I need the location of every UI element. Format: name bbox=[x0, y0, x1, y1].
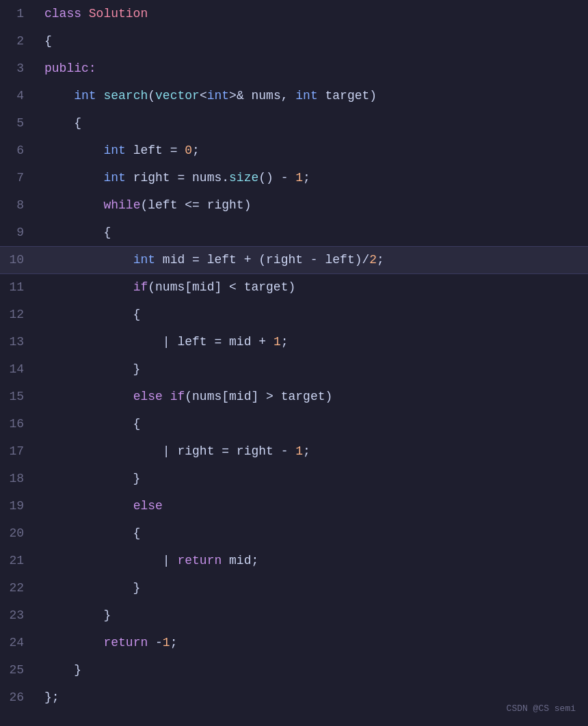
line-code: | return mid; bbox=[38, 547, 588, 574]
line-code: } bbox=[38, 355, 588, 383]
line-code: { bbox=[38, 27, 588, 55]
line-code: int left = 0; bbox=[38, 137, 588, 164]
line-number: 5 bbox=[0, 109, 38, 137]
line-code: }; bbox=[38, 684, 588, 711]
code-table: 1class Solution2{3public:4 int search(ve… bbox=[0, 0, 588, 711]
line-code: { bbox=[38, 301, 588, 328]
line-code: { bbox=[38, 520, 588, 547]
line-code: public: bbox=[38, 55, 588, 82]
line-number: 26 bbox=[0, 684, 38, 711]
line-number: 17 bbox=[0, 438, 38, 465]
line-number: 4 bbox=[0, 82, 38, 109]
line-code: } bbox=[38, 465, 588, 492]
line-number: 12 bbox=[0, 301, 38, 328]
line-number: 24 bbox=[0, 629, 38, 656]
line-code: int search(vector<int>& nums, int target… bbox=[38, 82, 588, 109]
line-code: | right = right - 1; bbox=[38, 438, 588, 465]
line-code: while(left <= right) bbox=[38, 191, 588, 219]
line-code: int right = nums.size() - 1; bbox=[38, 164, 588, 191]
line-number: 22 bbox=[0, 574, 38, 602]
line-number: 11 bbox=[0, 273, 38, 301]
line-number: 23 bbox=[0, 602, 38, 629]
line-number: 7 bbox=[0, 164, 38, 191]
watermark: CSDN @CS semi bbox=[507, 703, 576, 714]
line-code: { bbox=[38, 410, 588, 438]
line-number: 9 bbox=[0, 219, 38, 246]
line-number: 25 bbox=[0, 656, 38, 684]
line-number: 14 bbox=[0, 355, 38, 383]
line-number: 3 bbox=[0, 55, 38, 82]
line-number: 6 bbox=[0, 137, 38, 164]
line-number: 21 bbox=[0, 547, 38, 574]
line-code: class Solution bbox=[38, 0, 588, 27]
line-number: 1 bbox=[0, 0, 38, 27]
line-number: 13 bbox=[0, 328, 38, 355]
line-code: } bbox=[38, 656, 588, 684]
line-number: 15 bbox=[0, 383, 38, 410]
line-number: 16 bbox=[0, 410, 38, 438]
line-number: 10 bbox=[0, 246, 38, 273]
line-code: } bbox=[38, 574, 588, 602]
line-code: int mid = left + (right - left)/2; bbox=[38, 246, 588, 273]
line-code: | left = mid + 1; bbox=[38, 328, 588, 355]
line-number: 19 bbox=[0, 492, 38, 520]
line-code: else if(nums[mid] > target) bbox=[38, 383, 588, 410]
code-container: 1class Solution2{3public:4 int search(ve… bbox=[0, 0, 588, 726]
line-code: else bbox=[38, 492, 588, 520]
line-code: { bbox=[38, 219, 588, 246]
line-code: { bbox=[38, 109, 588, 137]
line-code: if(nums[mid] < target) bbox=[38, 273, 588, 301]
line-number: 20 bbox=[0, 520, 38, 547]
line-code: return -1; bbox=[38, 629, 588, 656]
line-code: } bbox=[38, 602, 588, 629]
line-number: 2 bbox=[0, 27, 38, 55]
line-number: 8 bbox=[0, 191, 38, 219]
line-number: 18 bbox=[0, 465, 38, 492]
